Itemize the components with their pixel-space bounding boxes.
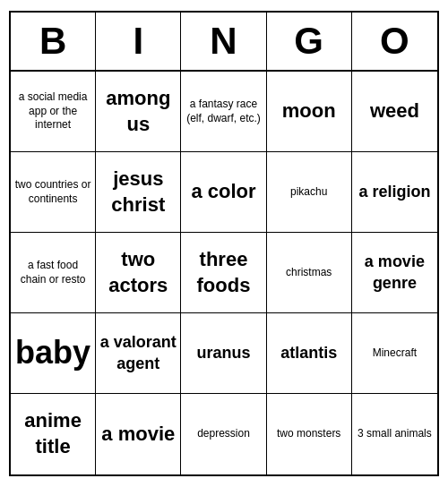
cell-text-10: a fast food chain or resto — [14, 259, 91, 286]
bingo-letter-b: B — [11, 13, 96, 70]
bingo-cell-7: a color — [181, 152, 266, 233]
bingo-cell-11: two actors — [96, 233, 181, 313]
bingo-cell-24: 3 small animals — [352, 394, 437, 474]
cell-text-24: 3 small animals — [358, 427, 432, 441]
bingo-letter-o: O — [352, 13, 437, 70]
cell-text-4: weed — [370, 98, 419, 124]
bingo-cell-13: christmas — [267, 233, 352, 313]
cell-text-2: a fantasy race (elf, dwarf, etc.) — [185, 98, 262, 125]
cell-text-19: Minecraft — [373, 346, 417, 361]
bingo-cell-0: a social media app or the internet — [11, 72, 96, 152]
bingo-cell-3: moon — [267, 72, 352, 152]
bingo-cell-23: two monsters — [267, 394, 352, 474]
bingo-cell-16: a valorant agent — [96, 313, 181, 394]
cell-text-0: a social media app or the internet — [14, 90, 91, 132]
bingo-cell-18: atlantis — [267, 313, 352, 394]
bingo-cell-5: two countries or continents — [11, 152, 96, 233]
cell-text-11: two actors — [99, 247, 177, 298]
bingo-cell-9: a religion — [352, 152, 437, 233]
bingo-cell-17: uranus — [181, 313, 266, 394]
cell-text-17: uranus — [196, 343, 250, 363]
bingo-header: BINGO — [11, 13, 437, 72]
cell-text-5: two countries or continents — [14, 178, 91, 206]
bingo-cell-14: a movie genre — [352, 233, 437, 313]
cell-text-8: pikachu — [290, 185, 327, 200]
bingo-grid: a social media app or the internetamong … — [11, 72, 437, 474]
cell-text-3: moon — [282, 98, 336, 124]
bingo-letter-g: G — [267, 13, 352, 70]
bingo-letter-n: N — [181, 13, 266, 70]
cell-text-18: atlantis — [280, 343, 337, 363]
cell-text-7: a color — [191, 179, 255, 205]
cell-text-12: three foods — [185, 247, 262, 298]
bingo-card: BINGO a social media app or the internet… — [9, 11, 439, 476]
cell-text-21: a movie — [101, 422, 175, 448]
bingo-cell-10: a fast food chain or resto — [11, 233, 96, 313]
cell-text-23: two monsters — [277, 427, 340, 441]
cell-text-13: christmas — [286, 266, 332, 280]
bingo-cell-4: weed — [352, 72, 437, 152]
bingo-cell-15: baby — [11, 313, 96, 394]
bingo-cell-20: anime title — [11, 394, 96, 474]
bingo-cell-6: jesus christ — [96, 152, 181, 233]
bingo-cell-1: among us — [96, 72, 181, 152]
bingo-cell-8: pikachu — [267, 152, 352, 233]
cell-text-15: baby — [15, 332, 90, 374]
cell-text-20: anime title — [14, 408, 91, 459]
cell-text-16: a valorant agent — [99, 332, 177, 374]
cell-text-6: jesus christ — [99, 167, 177, 218]
bingo-cell-19: Minecraft — [352, 313, 437, 394]
bingo-cell-21: a movie — [96, 394, 181, 474]
bingo-cell-2: a fantasy race (elf, dwarf, etc.) — [181, 72, 266, 152]
cell-text-1: among us — [99, 86, 177, 137]
cell-text-9: a religion — [358, 182, 430, 202]
cell-text-22: depression — [197, 427, 250, 441]
cell-text-14: a movie genre — [356, 252, 434, 294]
bingo-cell-22: depression — [181, 394, 266, 474]
bingo-cell-12: three foods — [181, 233, 266, 313]
bingo-letter-i: I — [96, 13, 181, 70]
